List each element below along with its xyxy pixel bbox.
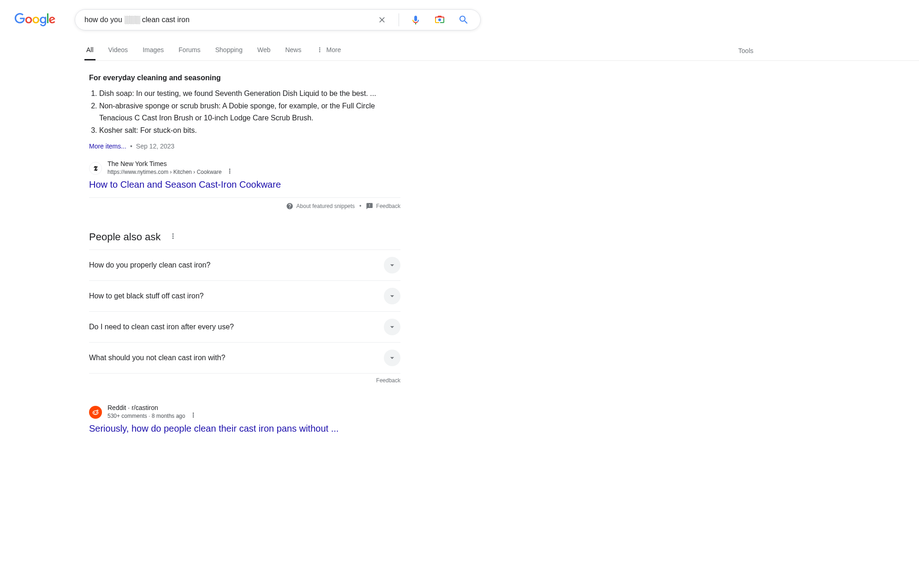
snippet-item: Kosher salt: For stuck-on bits.: [99, 125, 400, 136]
separator: •: [130, 143, 132, 150]
chevron-down-icon: [384, 257, 400, 273]
result-title-link[interactable]: Seriously, how do people clean their cas…: [89, 423, 400, 434]
tab-all[interactable]: All: [84, 39, 95, 60]
tab-shopping[interactable]: Shopping: [214, 39, 245, 60]
svg-point-2: [91, 408, 100, 416]
feedback-label: Feedback: [376, 203, 400, 209]
chevron-down-icon: [384, 288, 400, 304]
voice-search-icon[interactable]: [406, 11, 425, 29]
reddit-favicon: [89, 406, 102, 419]
paa-title: People also ask: [89, 231, 161, 243]
nyt-favicon: 𝕿: [89, 162, 102, 175]
source-meta: 530+ comments · 8 months ago: [107, 413, 185, 419]
source-url: https://www.nytimes.com › Kitchen › Cook…: [107, 169, 221, 175]
paa-question[interactable]: What should you not clean cast iron with…: [89, 342, 400, 374]
about-snippets-link[interactable]: About featured snippets: [286, 202, 355, 210]
chevron-down-icon: [384, 350, 400, 366]
svg-point-4: [96, 412, 98, 413]
snippet-heading: For everyday cleaning and seasoning: [89, 74, 400, 82]
paa-question[interactable]: How to get black stuff off cast iron?: [89, 280, 400, 311]
source-name: Reddit · r/castiron: [107, 404, 197, 411]
help-icon: [286, 202, 293, 210]
paa-question-text: How do you properly clean cast iron?: [89, 261, 210, 269]
snippet-item: Dish soap: In our testing, we found Seve…: [99, 88, 400, 99]
svg-point-3: [94, 412, 95, 413]
tab-images[interactable]: Images: [141, 39, 166, 60]
clear-icon[interactable]: [373, 11, 391, 29]
source-name: The New York Times: [107, 160, 233, 167]
tab-videos[interactable]: Videos: [107, 39, 130, 60]
tab-web[interactable]: Web: [256, 39, 273, 60]
more-items-link[interactable]: More items...: [89, 143, 126, 150]
more-vert-icon: [316, 46, 323, 53]
tab-news[interactable]: News: [283, 39, 303, 60]
search-input[interactable]: [84, 16, 373, 24]
paa-menu-icon[interactable]: [169, 232, 177, 242]
tab-more[interactable]: More: [314, 39, 343, 60]
paa-feedback-link[interactable]: Feedback: [89, 377, 400, 384]
snippet-date: Sep 12, 2023: [136, 143, 174, 150]
paa-question-text: What should you not clean cast iron with…: [89, 354, 225, 362]
svg-point-0: [438, 18, 441, 21]
svg-text:𝕿: 𝕿: [94, 165, 98, 172]
more-label: More: [326, 46, 341, 53]
result-menu-icon[interactable]: [190, 411, 197, 421]
paa-question[interactable]: Do I need to clean cast iron after every…: [89, 311, 400, 342]
feedback-link[interactable]: Feedback: [366, 202, 400, 210]
about-label: About featured snippets: [296, 203, 355, 209]
search-bar: [75, 9, 481, 30]
featured-snippet: For everyday cleaning and seasoning Dish…: [89, 74, 400, 210]
tools-button[interactable]: Tools: [736, 40, 755, 60]
feedback-icon: [366, 202, 373, 210]
chevron-down-icon: [384, 319, 400, 335]
separator: •: [359, 203, 361, 209]
search-tabs: All Videos Images Forums Shopping Web Ne…: [84, 39, 343, 60]
search-icon[interactable]: [454, 11, 473, 29]
people-also-ask: People also ask How do you properly clea…: [89, 231, 400, 384]
snippet-item: Non-abrasive sponge or scrub brush: A Do…: [99, 100, 400, 124]
result-title-link[interactable]: How to Clean and Season Cast-Iron Cookwa…: [89, 179, 400, 190]
google-logo[interactable]: [14, 13, 56, 29]
result-menu-icon[interactable]: [226, 167, 233, 177]
search-result: Reddit · r/castiron 530+ comments · 8 mo…: [89, 404, 400, 434]
paa-question-text: Do I need to clean cast iron after every…: [89, 323, 234, 331]
image-search-icon[interactable]: [430, 11, 449, 29]
paa-question[interactable]: How do you properly clean cast iron?: [89, 249, 400, 280]
divider: [399, 13, 399, 26]
tab-forums[interactable]: Forums: [177, 39, 202, 60]
paa-question-text: How to get black stuff off cast iron?: [89, 292, 203, 300]
